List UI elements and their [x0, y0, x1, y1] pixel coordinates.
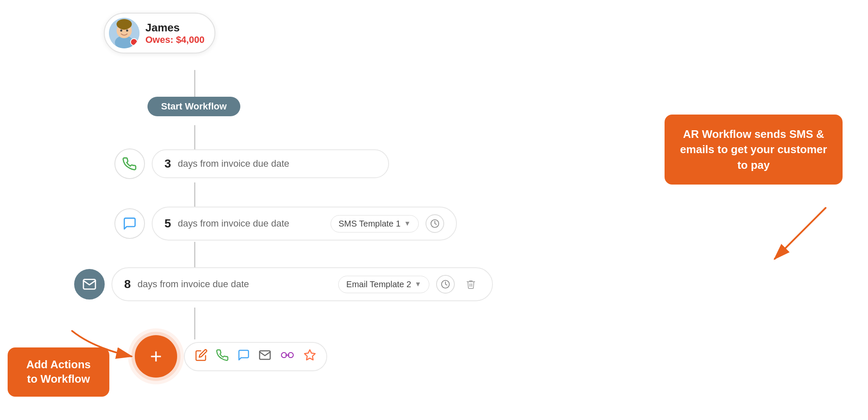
- row2-template-select[interactable]: SMS Template 1 ▼: [331, 215, 419, 232]
- row1-days-text: days from invoice due date: [178, 158, 376, 169]
- action-task-icon[interactable]: [303, 349, 316, 364]
- row1-days: 3: [164, 157, 171, 171]
- svg-point-7: [132, 40, 138, 46]
- row3-days-text: days from invoice due date: [138, 279, 332, 290]
- row2-pill: 5 days from invoice due date SMS Templat…: [152, 207, 457, 241]
- user-name: James: [145, 21, 204, 34]
- row3-icon: [74, 269, 105, 300]
- action-sms-icon[interactable]: [237, 349, 250, 364]
- row2-days: 5: [164, 217, 171, 230]
- add-actions-row: +: [135, 335, 327, 378]
- row3-dropdown-arrow: ▼: [415, 280, 421, 288]
- row2-template-label: SMS Template 1: [339, 219, 401, 229]
- connector-line-3: [194, 182, 195, 208]
- action-email-icon[interactable]: [259, 349, 271, 364]
- add-action-button[interactable]: +: [135, 335, 177, 378]
- workflow-row-2: 5 days from invoice due date SMS Templat…: [114, 207, 457, 241]
- user-card: James Owes: $4,000: [104, 13, 215, 53]
- row2-dropdown-arrow: ▼: [404, 220, 411, 227]
- connector-line-2: [194, 125, 195, 151]
- svg-marker-13: [305, 350, 315, 360]
- svg-point-6: [126, 30, 128, 32]
- action-automation-icon[interactable]: [280, 349, 295, 364]
- row3-template-label: Email Template 2: [346, 280, 411, 289]
- row2-clock-btn[interactable]: [426, 214, 444, 233]
- row3-pill: 8 days from invoice due date Email Templ…: [111, 267, 493, 301]
- action-edit-icon[interactable]: [195, 349, 208, 364]
- start-workflow-badge[interactable]: Start Workflow: [147, 97, 240, 116]
- avatar: [109, 18, 139, 48]
- action-options-pill: [184, 342, 327, 371]
- row2-days-text: days from invoice due date: [178, 218, 324, 229]
- svg-point-5: [120, 30, 122, 32]
- row3-template-select[interactable]: Email Template 2 ▼: [338, 276, 429, 293]
- user-info: James Owes: $4,000: [145, 21, 204, 45]
- workflow-row-3: 8 days from invoice due date Email Templ…: [74, 267, 493, 301]
- user-owes: Owes: $4,000: [145, 34, 204, 45]
- row1-pill: 3 days from invoice due date: [152, 149, 389, 178]
- row2-icon: [114, 208, 145, 239]
- row1-icon: [114, 148, 145, 179]
- workflow-row-1: 3 days from invoice due date: [114, 148, 389, 179]
- row3-clock-btn[interactable]: [436, 275, 455, 294]
- right-callout: AR Workflow sends SMS & emails to get yo…: [665, 115, 843, 185]
- right-callout-arrow: [749, 199, 834, 267]
- add-icon: +: [150, 346, 162, 367]
- svg-point-4: [118, 21, 130, 30]
- row3-days: 8: [124, 277, 131, 291]
- action-phone-icon[interactable]: [216, 349, 229, 364]
- connector-line-5: [194, 308, 195, 339]
- left-callout: Add Actions to Workflow: [8, 347, 109, 397]
- row3-delete-btn[interactable]: [462, 275, 480, 294]
